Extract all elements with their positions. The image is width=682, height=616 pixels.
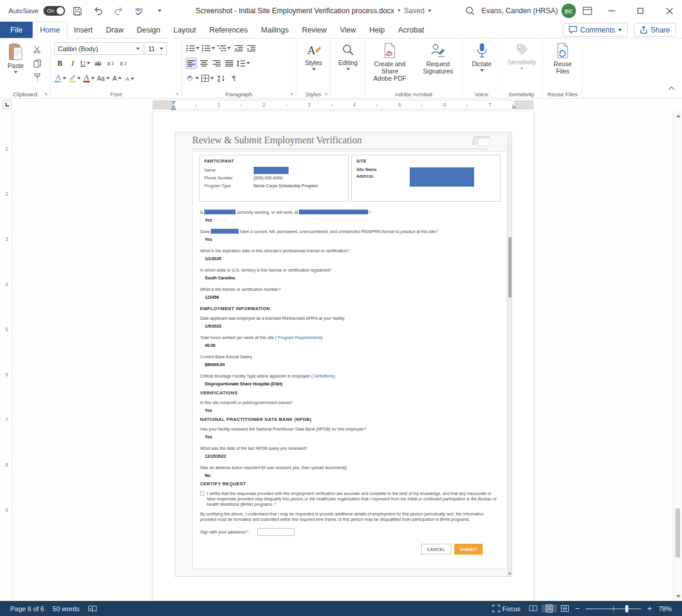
subscript-button[interactable]: x2 (105, 57, 116, 69)
tab-insert[interactable]: Insert (67, 22, 99, 38)
customize-toolbar-chevron-icon[interactable] (152, 3, 167, 19)
embedded-scrollbar-thumb[interactable] (508, 237, 511, 297)
dialog-launcher-icon[interactable]: ↘ (289, 92, 293, 96)
read-mode-button[interactable] (525, 605, 542, 612)
line-spacing-button[interactable] (236, 57, 251, 69)
web-layout-button[interactable] (557, 605, 573, 612)
tab-stop-selector[interactable] (2, 100, 11, 109)
scroll-up-icon[interactable] (674, 111, 682, 120)
save-icon[interactable] (70, 3, 86, 19)
password-input[interactable] (257, 528, 295, 536)
embedded-image-scrollbar[interactable] (507, 132, 511, 576)
maximize-button[interactable] (628, 0, 653, 22)
avatar[interactable]: EC (562, 4, 576, 18)
decrease-indent-button[interactable] (233, 42, 244, 54)
create-share-pdf-button[interactable]: Create and ShareAdobe PDF (366, 39, 413, 82)
ribbon-display-options-icon[interactable] (580, 3, 595, 19)
highlight-color-button[interactable] (68, 72, 81, 84)
tab-draw[interactable]: Draw (99, 22, 130, 38)
strikethrough-button[interactable]: ab (92, 57, 104, 69)
dictate-button[interactable]: Dictate (463, 39, 501, 72)
format-painter-button[interactable] (31, 71, 43, 83)
tab-help[interactable]: Help (363, 22, 392, 38)
zoom-slider-thumb[interactable] (625, 605, 628, 612)
search-icon[interactable] (462, 3, 478, 19)
left-indent-marker[interactable] (171, 108, 176, 110)
title-chevron-icon[interactable] (428, 10, 432, 12)
grow-font-button[interactable]: A (111, 72, 123, 84)
editing-button[interactable]: Editing (331, 39, 365, 70)
underline-button[interactable]: U (80, 57, 91, 69)
first-line-indent-marker[interactable] (171, 101, 176, 104)
sort-button[interactable] (216, 72, 227, 84)
collapse-ribbon-chevron-icon[interactable] (669, 85, 674, 93)
tab-layout[interactable]: Layout (167, 22, 203, 38)
bullets-button[interactable] (186, 42, 200, 54)
borders-button[interactable] (201, 72, 214, 84)
share-button[interactable]: Share (634, 23, 676, 37)
cancel-button[interactable]: CANCEL (421, 544, 451, 555)
submit-button[interactable]: SUBMIT (454, 544, 483, 555)
align-left-button[interactable] (186, 57, 197, 69)
dialog-launcher-icon[interactable]: ↘ (324, 92, 328, 96)
tab-design[interactable]: Design (130, 22, 167, 38)
font-color-button[interactable]: A (83, 72, 95, 84)
zoom-out-button[interactable]: − (573, 604, 583, 613)
right-indent-marker[interactable] (511, 105, 516, 108)
redo-icon[interactable] (111, 3, 127, 19)
italic-button[interactable]: I (67, 57, 78, 69)
font-name-select[interactable]: Calibri (Body) (54, 42, 143, 55)
paste-button[interactable]: Paste (2, 39, 29, 73)
print-layout-button[interactable] (542, 605, 557, 612)
bold-button[interactable]: B (54, 57, 66, 69)
close-button[interactable] (657, 0, 682, 22)
proofing-errors-button[interactable] (84, 601, 101, 616)
autosave-toggle[interactable]: On (43, 6, 65, 16)
tab-references[interactable]: References (202, 22, 254, 38)
tab-view[interactable]: View (333, 22, 363, 38)
zoom-in-button[interactable]: + (645, 604, 654, 613)
change-case-button[interactable]: Aa (96, 72, 110, 84)
vertical-scrollbar[interactable] (673, 111, 682, 601)
shrink-font-button[interactable]: A (124, 72, 136, 84)
dialog-launcher-icon[interactable]: ↘ (175, 92, 179, 96)
embedded-scroll-down-icon[interactable] (508, 573, 511, 575)
styles-button[interactable]: A Styles (296, 39, 331, 70)
spellcheck-icon[interactable]: abc (131, 3, 147, 19)
increase-indent-button[interactable] (245, 42, 257, 54)
align-right-button[interactable] (211, 57, 222, 69)
zoom-slider[interactable] (586, 608, 641, 609)
program-requirements-link[interactable]: Program Requirements (278, 335, 321, 340)
tab-review[interactable]: Review (295, 22, 333, 38)
undo-icon[interactable] (90, 3, 106, 19)
page-indicator[interactable]: Page 6 of 6 (6, 601, 48, 616)
cut-button[interactable] (31, 43, 43, 55)
copy-button[interactable] (31, 57, 43, 69)
scrollbar-thumb[interactable] (675, 508, 680, 558)
scroll-down-icon[interactable] (674, 591, 682, 601)
superscript-button[interactable]: x2 (117, 57, 129, 69)
show-paragraph-marks-button[interactable]: ¶ (228, 72, 240, 84)
shading-button[interactable] (186, 72, 199, 84)
dialog-launcher-icon[interactable]: ↘ (43, 92, 48, 96)
hanging-indent-marker[interactable] (171, 105, 176, 108)
align-center-button[interactable] (198, 57, 210, 69)
request-signatures-button[interactable]: RequestSignatures (415, 39, 461, 75)
comments-button[interactable]: Comments (563, 23, 628, 37)
word-count[interactable]: 50 words (48, 601, 84, 616)
document-page[interactable]: Review & Submit Employment Verification … (152, 111, 534, 601)
minimize-button[interactable] (599, 0, 624, 22)
definitions-link[interactable]: Definitions (314, 374, 334, 378)
tab-acrobat[interactable]: Acrobat (392, 22, 431, 38)
font-size-select[interactable]: 11 (145, 42, 167, 55)
embedded-screenshot-image[interactable]: Review & Submit Employment Verification … (175, 132, 512, 577)
numbering-button[interactable] (201, 42, 216, 54)
focus-button[interactable]: Focus (488, 605, 525, 612)
certify-checkbox[interactable] (200, 491, 204, 496)
user-name[interactable]: Evans, Canden (HRSA) (481, 7, 558, 15)
reuse-files-button[interactable]: ReuseFiles (543, 39, 583, 75)
tab-file[interactable]: File (0, 22, 33, 38)
justify-button[interactable] (224, 57, 235, 69)
multilevel-list-button[interactable] (217, 42, 231, 54)
text-effects-button[interactable]: A (54, 72, 67, 84)
